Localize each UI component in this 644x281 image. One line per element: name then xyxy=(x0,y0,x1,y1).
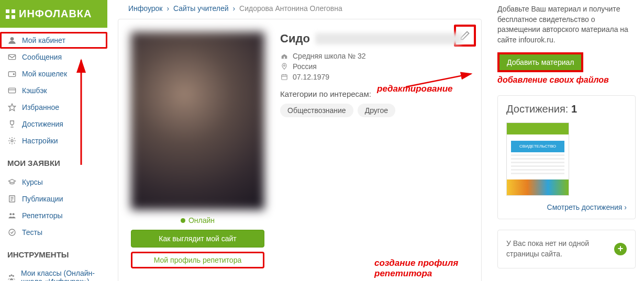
sidebar-item-settings[interactable]: Настройки xyxy=(0,132,107,149)
see-achievements-link[interactable]: Смотреть достижения › xyxy=(506,203,627,211)
svg-point-18 xyxy=(9,229,15,235)
category-chip[interactable]: Другое xyxy=(358,104,395,117)
wallet-icon xyxy=(7,69,17,78)
sidebar-item-cashback[interactable]: Кэшбэк xyxy=(0,82,107,99)
add-material-button[interactable]: Добавить материал xyxy=(497,52,583,72)
profile-photo xyxy=(131,32,264,210)
category-chip[interactable]: Обществознание xyxy=(280,104,353,117)
sidebar-item-courses[interactable]: Курсы xyxy=(0,174,107,190)
svg-point-20 xyxy=(13,275,14,277)
sidebar-item-cabinet[interactable]: Мой кабинет xyxy=(0,32,107,49)
sidebar-item-tutors[interactable]: Репетиторы xyxy=(0,207,107,224)
svg-rect-8 xyxy=(8,88,15,93)
profile-name: Сидо xyxy=(280,32,310,46)
online-status: Онлайн xyxy=(181,216,215,224)
sidebar-item-publications[interactable]: Публикации xyxy=(0,190,107,207)
star-icon xyxy=(7,103,17,112)
profile-card: Онлайн Как выглядит мой сайт Мой профиль… xyxy=(118,19,482,281)
profile-country-row: Россия xyxy=(280,62,469,71)
sidebar-item-label: Достижения xyxy=(22,120,63,128)
tutor-profile-button[interactable]: Мой профиль репетитора xyxy=(131,252,264,268)
sidebar-item-favorites[interactable]: Избранное xyxy=(0,99,107,116)
sidebar-item-classes[interactable]: Мои классы (Онлайн-школа «Инфоурок») xyxy=(0,265,107,281)
breadcrumb-current: Сидорова Антонина Олеговна xyxy=(239,4,342,13)
svg-point-25 xyxy=(284,65,285,66)
sidebar-item-label: Публикации xyxy=(22,195,63,203)
breadcrumb-link-home[interactable]: Инфоурок xyxy=(128,4,162,13)
svg-point-4 xyxy=(10,37,14,41)
sidebar-item-messages[interactable]: Сообщения xyxy=(0,49,107,65)
annotation-edit-label: редактирование xyxy=(377,84,453,94)
sidebar-item-label: Тесты xyxy=(22,228,42,237)
svg-rect-0 xyxy=(6,9,9,13)
school-icon xyxy=(280,52,288,60)
mail-icon xyxy=(7,52,17,62)
sidebar-item-tests[interactable]: Тесты xyxy=(0,224,107,241)
achievements-box: Достижения: 1 СВИДЕТЕЛЬСТВО Смотреть дос… xyxy=(497,95,636,219)
logo-icon xyxy=(5,9,16,19)
promo-text: Добавьте Ваш материал и получите бесплат… xyxy=(497,4,636,45)
sidebar-group-title-tools: ИНСТРУМЕНТЫ xyxy=(0,245,107,261)
sidebar-item-label: Курсы xyxy=(22,178,43,186)
svg-rect-3 xyxy=(12,15,15,19)
svg-rect-5 xyxy=(8,54,15,59)
sidebar-group-title-requests: МОИ ЗАЯВКИ xyxy=(0,153,107,170)
document-icon xyxy=(7,194,17,204)
sidebar-item-label: Репетиторы xyxy=(22,211,63,220)
profile-school-row: Средняя школа № 32 xyxy=(280,52,469,60)
people-icon xyxy=(7,211,17,220)
svg-rect-24 xyxy=(284,57,285,59)
pin-icon xyxy=(280,63,288,70)
breadcrumb-link-sites[interactable]: Сайты учителей xyxy=(173,4,229,13)
svg-marker-10 xyxy=(8,104,15,110)
achievements-title: Достижения: 1 xyxy=(506,103,627,115)
svg-point-21 xyxy=(10,274,12,276)
group-icon xyxy=(7,273,16,281)
sidebar-item-label: Мои классы (Онлайн-школа «Инфоурок») xyxy=(21,269,100,281)
svg-rect-26 xyxy=(282,75,287,80)
annotation-tutor-label: создание профиля репетитора xyxy=(374,258,492,279)
gear-icon xyxy=(7,136,17,145)
preview-site-button[interactable]: Как выглядит мой сайт xyxy=(131,230,264,248)
sidebar-item-label: Избранное xyxy=(22,103,59,111)
check-icon xyxy=(7,228,17,237)
graduation-icon xyxy=(7,177,17,187)
svg-point-16 xyxy=(9,213,12,215)
sidebar-item-label: Мой кошелек xyxy=(22,70,67,78)
card-icon xyxy=(7,86,17,95)
svg-point-17 xyxy=(13,213,15,215)
sidebar-item-label: Кэшбэк xyxy=(22,86,47,95)
no-site-box: У Вас пока нет ни одной страницы сайта. … xyxy=(497,230,636,268)
certificate-thumbnail[interactable]: СВИДЕТЕЛЬСТВО xyxy=(506,122,569,196)
online-dot-icon xyxy=(181,218,185,223)
trophy-icon xyxy=(7,119,17,129)
user-icon xyxy=(7,36,17,45)
add-page-button[interactable]: + xyxy=(614,243,627,255)
svg-point-7 xyxy=(13,74,14,75)
breadcrumb: Инфоурок › Сайты учителей › Сидорова Ант… xyxy=(118,0,482,17)
sidebar-item-wallet[interactable]: Мой кошелек xyxy=(0,65,107,82)
sidebar-item-label: Мой кабинет xyxy=(22,36,65,44)
annotation-add-files-label: добавление своих файлов xyxy=(497,75,636,85)
profile-name-redacted xyxy=(315,33,462,44)
profile-dob-row: 07.12.1979 xyxy=(280,73,469,81)
svg-point-11 xyxy=(11,140,13,142)
svg-rect-1 xyxy=(12,9,15,13)
sidebar-item-achievements[interactable]: Достижения xyxy=(0,116,107,132)
svg-rect-2 xyxy=(6,15,9,19)
sidebar-item-label: Сообщения xyxy=(22,53,62,61)
logo-text: ИНФОЛАВКА xyxy=(19,8,92,20)
svg-point-19 xyxy=(9,275,10,277)
chevron-right-icon: › xyxy=(624,203,627,211)
calendar-icon xyxy=(280,73,288,81)
sidebar-item-label: Настройки xyxy=(22,137,58,145)
logo[interactable]: ИНФОЛАВКА xyxy=(0,0,107,28)
